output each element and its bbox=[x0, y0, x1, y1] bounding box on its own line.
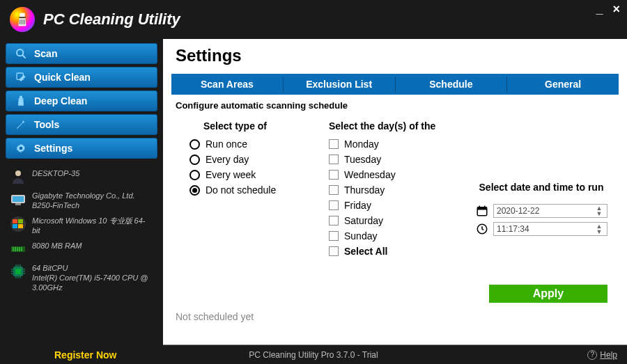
wrench-icon bbox=[13, 119, 29, 130]
schedule-status: Not scheduled yet bbox=[163, 308, 627, 328]
svg-point-9 bbox=[15, 171, 21, 176]
tab-general[interactable]: General bbox=[506, 77, 619, 92]
check-friday[interactable]: Friday bbox=[329, 200, 475, 211]
system-info-panel: DESKTOP-35 Gigabyte Technology Co., Ltd.… bbox=[6, 168, 157, 298]
page-title: Settings bbox=[176, 46, 614, 65]
svg-rect-5 bbox=[20, 96, 22, 98]
nav-label: Scan bbox=[34, 48, 57, 59]
motherboard-text: Gigabyte Technology Co., Ltd. B250-FinTe… bbox=[32, 191, 153, 210]
nav-deep-clean[interactable]: Deep Clean bbox=[6, 90, 157, 111]
svg-point-8 bbox=[20, 147, 23, 150]
svg-rect-6 bbox=[19, 98, 24, 99]
titlebar: PC Cleaning Utility _ × bbox=[0, 0, 627, 39]
tab-scan-areas[interactable]: Scan Areas bbox=[171, 77, 283, 92]
check-thursday[interactable]: Thursday bbox=[329, 184, 475, 196]
app-title: PC Cleaning Utility bbox=[43, 10, 180, 29]
hostname-text: DESKTOP-35 bbox=[32, 168, 79, 178]
register-link[interactable]: Register Now bbox=[10, 349, 116, 361]
ram-icon bbox=[10, 241, 26, 258]
days-heading: Select the day(s) of the bbox=[329, 120, 475, 132]
gear-icon bbox=[13, 143, 29, 154]
radio-every-week[interactable]: Every week bbox=[189, 169, 329, 180]
tab-schedule[interactable]: Schedule bbox=[395, 77, 507, 92]
date-input[interactable]: 2020-12-22▲▼ bbox=[493, 204, 607, 218]
svg-rect-21 bbox=[17, 247, 18, 251]
svg-line-3 bbox=[22, 55, 26, 58]
apply-button[interactable]: Apply bbox=[489, 285, 607, 303]
windows-icon bbox=[10, 216, 26, 232]
check-tuesday[interactable]: Tuesday bbox=[329, 154, 475, 165]
svg-rect-19 bbox=[13, 247, 14, 251]
cpu-icon bbox=[10, 263, 26, 280]
sidebar: Scan Quick Clean Deep Clean Tools Settin… bbox=[0, 39, 163, 345]
user-icon bbox=[10, 168, 26, 185]
ram-text: 8080 MB RAM bbox=[32, 241, 82, 251]
motherboard-icon bbox=[10, 191, 26, 207]
radio-do-not-schedule[interactable]: Do not schedule bbox=[189, 184, 329, 196]
svg-rect-23 bbox=[21, 247, 22, 251]
check-monday[interactable]: Monday bbox=[329, 139, 475, 150]
svg-rect-22 bbox=[19, 247, 20, 251]
nav-label: Settings bbox=[34, 143, 72, 154]
section-heading: Configure automatic scanning schedule bbox=[163, 95, 627, 113]
date-spin[interactable]: ▲▼ bbox=[594, 205, 604, 216]
svg-rect-1 bbox=[19, 17, 25, 18]
cpu-text: 64 BitCPU Intel(R) Core(TM) i5-7400 CPU … bbox=[32, 263, 153, 292]
datetime-heading: Select date and time to run bbox=[475, 182, 607, 193]
clock-icon bbox=[475, 222, 489, 236]
time-input[interactable]: 11:17:34▲▼ bbox=[493, 222, 607, 236]
svg-rect-27 bbox=[477, 207, 487, 210]
svg-rect-25 bbox=[15, 269, 21, 274]
search-icon bbox=[13, 48, 29, 59]
check-wednesday[interactable]: Wednesday bbox=[329, 169, 475, 180]
footer: Register Now PC Cleaning Utility Pro 3.7… bbox=[0, 345, 627, 364]
nav-label: Quick Clean bbox=[34, 72, 91, 83]
time-spin[interactable]: ▲▼ bbox=[594, 223, 604, 235]
nav-scan[interactable]: Scan bbox=[6, 43, 157, 64]
svg-rect-11 bbox=[13, 196, 24, 202]
svg-rect-20 bbox=[15, 247, 16, 251]
radio-every-day[interactable]: Every day bbox=[189, 154, 329, 165]
svg-point-2 bbox=[17, 49, 23, 56]
check-select-all[interactable]: Select All bbox=[329, 246, 475, 257]
svg-rect-17 bbox=[18, 224, 23, 228]
quick-clean-icon bbox=[13, 72, 29, 83]
svg-rect-14 bbox=[13, 219, 17, 223]
radio-run-once[interactable]: Run once bbox=[189, 139, 329, 150]
minimize-button[interactable]: _ bbox=[596, 4, 603, 14]
schedule-type-heading: Select type of bbox=[189, 120, 329, 132]
nav-settings[interactable]: Settings bbox=[6, 138, 157, 159]
help-link[interactable]: ? Help bbox=[587, 350, 617, 360]
content-panel: Settings Scan Areas Exclusion List Sched… bbox=[163, 39, 627, 345]
tab-exclusion-list[interactable]: Exclusion List bbox=[283, 77, 395, 92]
close-button[interactable]: × bbox=[612, 4, 620, 14]
svg-rect-15 bbox=[18, 219, 23, 223]
calendar-icon bbox=[475, 204, 489, 218]
check-sunday[interactable]: Sunday bbox=[329, 230, 475, 242]
nav-tools[interactable]: Tools bbox=[6, 114, 157, 135]
app-logo-icon bbox=[10, 7, 35, 32]
svg-rect-0 bbox=[20, 13, 24, 17]
settings-tabs: Scan Areas Exclusion List Schedule Gener… bbox=[171, 77, 619, 95]
footer-version: PC Cleaning Utility Pro 3.7.0 - Trial bbox=[249, 350, 378, 360]
check-saturday[interactable]: Saturday bbox=[329, 215, 475, 226]
os-text: Microsoft Windows 10 专业版 64-bit bbox=[32, 216, 153, 235]
help-icon: ? bbox=[587, 350, 597, 360]
nav-quick-clean[interactable]: Quick Clean bbox=[6, 67, 157, 88]
svg-rect-12 bbox=[15, 203, 21, 205]
nav-label: Tools bbox=[34, 119, 59, 130]
nav-label: Deep Clean bbox=[34, 95, 87, 106]
svg-rect-16 bbox=[13, 224, 17, 228]
deep-clean-icon bbox=[13, 95, 29, 106]
